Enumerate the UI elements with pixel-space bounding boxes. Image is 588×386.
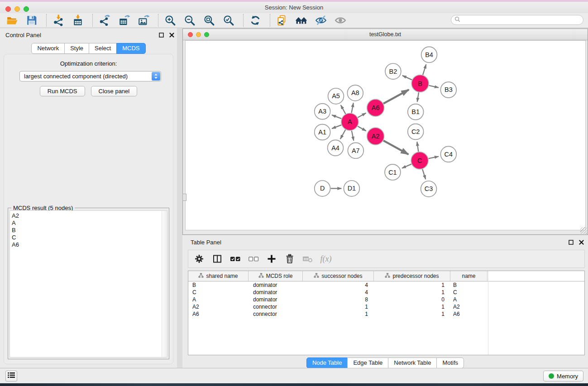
home-icon[interactable] xyxy=(295,14,308,27)
column-header-name[interactable]: name xyxy=(450,271,488,281)
close-panel-icon[interactable] xyxy=(168,32,175,38)
add-column-icon[interactable] xyxy=(265,253,278,265)
cell-shared-name[interactable]: A6 xyxy=(188,311,249,317)
table-row-A2[interactable]: A2connector11A2 xyxy=(188,303,584,310)
cell-mcds-role[interactable]: dominator xyxy=(249,296,303,303)
cell-successor-nodes[interactable]: 1 xyxy=(303,311,374,317)
column-layout-icon[interactable] xyxy=(211,253,224,265)
memory-button[interactable]: Memory xyxy=(543,371,583,381)
show-panel-icon[interactable] xyxy=(334,14,347,27)
tab-node-table[interactable]: Node Table xyxy=(306,357,348,368)
table-row-A[interactable]: Adominator80A xyxy=(188,296,584,303)
graph-node-A5[interactable]: A5 xyxy=(328,88,344,104)
graph-node-B[interactable]: B xyxy=(411,75,429,92)
clone-network-icon[interactable] xyxy=(275,14,289,27)
network-canvas[interactable]: B4B2BB3A5A8A6B1A3AA1C2A2A4A7C4CC1C3DD1 xyxy=(185,40,586,230)
cell-shared-name[interactable]: C xyxy=(188,289,249,295)
close-window-button[interactable] xyxy=(5,6,11,12)
divider-grip[interactable] xyxy=(182,194,186,201)
tab-mcds[interactable]: MCDS xyxy=(116,43,145,54)
cell-predecessor-nodes[interactable]: 1 xyxy=(374,289,450,295)
close-panel-button[interactable]: Close panel xyxy=(91,86,138,96)
graph-node-A8[interactable]: A8 xyxy=(347,85,363,101)
tab-select[interactable]: Select xyxy=(89,43,117,54)
graph-node-A4[interactable]: A4 xyxy=(328,140,344,156)
run-mcds-button[interactable]: Run MCDS xyxy=(40,86,85,96)
network-close-button[interactable] xyxy=(188,32,193,37)
zoom-selected-icon[interactable] xyxy=(222,14,235,27)
graph-node-B3[interactable]: B3 xyxy=(440,82,456,98)
float-table-panel-icon[interactable] xyxy=(568,239,574,245)
graph-node-A6[interactable]: A6 xyxy=(367,99,384,116)
cell-name[interactable]: B xyxy=(450,282,488,288)
graph-node-C[interactable]: C xyxy=(411,152,428,169)
cell-predecessor-nodes[interactable]: 0 xyxy=(374,296,450,303)
graph-node-A2[interactable]: A2 xyxy=(367,128,384,145)
mcds-result-item[interactable]: A xyxy=(12,219,167,227)
zoom-out-icon[interactable] xyxy=(183,14,196,27)
function-builder-icon[interactable]: f(x) xyxy=(320,253,332,265)
cell-predecessor-nodes[interactable]: 1 xyxy=(374,311,450,317)
cell-name[interactable]: A2 xyxy=(450,304,488,310)
mcds-result-item[interactable]: B xyxy=(12,227,167,234)
mcds-result-item[interactable]: A6 xyxy=(12,241,167,248)
table-row-A6[interactable]: A6connector11A6 xyxy=(188,310,584,318)
export-network-icon[interactable] xyxy=(98,14,111,27)
graph-node-A7[interactable]: A7 xyxy=(348,143,363,158)
graph-node-C2[interactable]: C2 xyxy=(408,124,424,140)
graph-node-A3[interactable]: A3 xyxy=(315,104,330,119)
zoom-in-icon[interactable] xyxy=(163,14,177,27)
cell-successor-nodes[interactable]: 1 xyxy=(303,304,374,310)
maximize-window-button[interactable] xyxy=(24,6,29,12)
graph-node-A[interactable]: A xyxy=(341,113,359,130)
close-table-panel-icon[interactable] xyxy=(578,239,584,245)
scrollbar-track[interactable] xyxy=(162,211,167,357)
column-header-shared-name[interactable]: shared name xyxy=(188,271,249,281)
column-header-mcds-role[interactable]: MCDS role xyxy=(249,271,303,281)
delete-table-icon[interactable] xyxy=(301,253,314,265)
tab-edge-table[interactable]: Edge Table xyxy=(347,357,388,368)
graph-node-D[interactable]: D xyxy=(315,181,330,196)
graph-node-C4[interactable]: C4 xyxy=(440,146,456,162)
task-history-button[interactable] xyxy=(5,371,17,381)
graph-node-B4[interactable]: B4 xyxy=(421,47,437,62)
cell-name[interactable]: A6 xyxy=(450,311,488,317)
float-panel-icon[interactable] xyxy=(158,32,164,38)
cell-predecessor-nodes[interactable]: 1 xyxy=(374,282,450,288)
export-image-icon[interactable] xyxy=(137,14,150,27)
table-row-C[interactable]: Cdominator41C xyxy=(188,289,584,296)
import-table-icon[interactable] xyxy=(71,14,85,27)
graph-node-B2[interactable]: B2 xyxy=(385,63,401,79)
mcds-result-item[interactable]: A2 xyxy=(12,212,167,219)
cell-shared-name[interactable]: B xyxy=(188,282,249,288)
cell-name[interactable]: A xyxy=(450,296,488,303)
graph-node-A1[interactable]: A1 xyxy=(315,124,330,140)
column-header-predecessor-nodes[interactable]: predecessor nodes xyxy=(374,271,450,281)
cell-mcds-role[interactable]: dominator xyxy=(249,289,303,295)
table-settings-icon[interactable] xyxy=(193,253,206,265)
cell-mcds-role[interactable]: connector xyxy=(249,311,303,317)
search-field[interactable] xyxy=(451,15,583,25)
refresh-icon[interactable] xyxy=(249,14,262,27)
minimize-window-button[interactable] xyxy=(14,6,20,12)
open-file-icon[interactable] xyxy=(5,14,19,27)
tab-motifs[interactable]: Motifs xyxy=(436,357,464,368)
graph-node-C3[interactable]: C3 xyxy=(421,181,437,197)
save-session-icon[interactable] xyxy=(25,14,38,27)
mcds-result-item[interactable]: C xyxy=(12,234,167,241)
cell-predecessor-nodes[interactable]: 1 xyxy=(374,304,450,310)
mcds-result-list[interactable]: A2ABCA6 xyxy=(10,210,167,357)
cell-shared-name[interactable]: A xyxy=(188,296,249,303)
cell-successor-nodes[interactable]: 4 xyxy=(303,282,374,288)
hide-panel-icon[interactable] xyxy=(314,14,328,27)
table-row-B[interactable]: Bdominator41B xyxy=(188,281,584,289)
cell-successor-nodes[interactable]: 4 xyxy=(303,289,374,295)
optimization-criterion-select[interactable]: largest connected component (directed) xyxy=(19,71,161,81)
deselect-all-columns-icon[interactable] xyxy=(247,253,260,265)
resize-grip-icon[interactable] xyxy=(580,227,587,234)
cell-successor-nodes[interactable]: 8 xyxy=(303,296,374,303)
cell-shared-name[interactable]: A2 xyxy=(188,304,249,310)
network-minimize-button[interactable] xyxy=(196,32,201,37)
cell-name[interactable]: C xyxy=(450,289,488,295)
graph-node-D1[interactable]: D1 xyxy=(344,181,359,196)
